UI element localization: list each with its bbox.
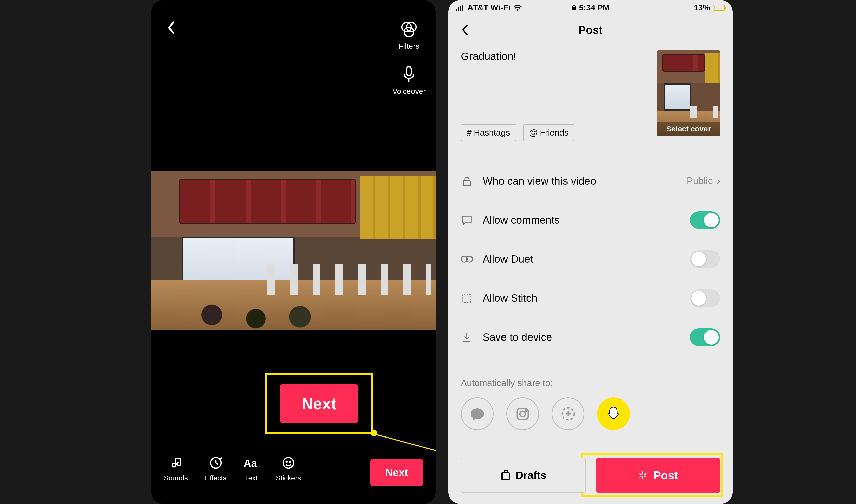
duet-icon [461, 253, 473, 265]
microphone-icon [400, 66, 418, 83]
next-button-enlarged[interactable]: Next [280, 384, 358, 423]
post-settings: Who can view this video Public › Allow c… [448, 161, 733, 357]
svg-point-6 [283, 458, 294, 468]
svg-rect-13 [572, 7, 576, 10]
svg-point-19 [520, 411, 526, 417]
sounds-button[interactable]: Sounds [164, 455, 188, 482]
signal-icon [456, 4, 464, 11]
effects-button[interactable]: Effects [205, 455, 226, 482]
effects-label: Effects [205, 474, 226, 482]
duet-label: Allow Duet [483, 253, 690, 265]
text-aa-icon: Aa [243, 455, 259, 470]
friends-label: Friends [540, 128, 568, 138]
voiceover-button[interactable]: Voiceover [392, 66, 426, 96]
instagram-icon [515, 406, 530, 421]
share-stories[interactable] [552, 397, 584, 430]
post-screen: AT&T Wi-Fi 5:34 [448, 0, 733, 504]
download-icon [461, 331, 473, 343]
drafts-icon [500, 470, 511, 481]
share-messages[interactable] [461, 397, 494, 430]
cover-selector[interactable]: Select cover [657, 50, 720, 136]
drafts-label: Drafts [516, 469, 546, 481]
stitch-label: Allow Stitch [483, 292, 690, 304]
svg-rect-14 [463, 181, 470, 186]
post-button[interactable]: Post [596, 458, 720, 493]
chevron-right-icon: › [717, 175, 720, 187]
chat-bubble-icon [470, 407, 485, 421]
battery-icon [713, 4, 725, 11]
comments-row: Allow comments [448, 200, 733, 239]
save-row: Save to device [448, 318, 733, 357]
share-snapchat[interactable] [597, 397, 630, 430]
svg-rect-22 [502, 472, 509, 480]
status-bar: AT&T Wi-Fi 5:34 [448, 0, 733, 15]
hashtag-icon: # [467, 128, 472, 138]
friends-button[interactable]: @ Friends [523, 124, 575, 141]
svg-point-8 [290, 461, 291, 463]
svg-point-20 [526, 410, 527, 411]
save-label: Save to device [483, 331, 690, 343]
privacy-value: Public [687, 176, 713, 186]
filters-label: Filters [399, 42, 419, 50]
tutorial-frame: Filters Voiceover [0, 0, 856, 504]
stitch-toggle[interactable] [690, 289, 720, 307]
svg-point-7 [286, 461, 288, 463]
duet-row: Allow Duet [448, 239, 733, 278]
page-title: Post [578, 24, 602, 37]
video-preview [151, 171, 436, 330]
comments-label: Allow comments [483, 214, 690, 226]
svg-rect-12 [462, 5, 463, 11]
svg-rect-17 [463, 294, 471, 302]
snapchat-ghost-icon [605, 406, 621, 421]
share-instagram[interactable] [506, 397, 539, 430]
editor-right-toolbar: Filters Voiceover [392, 20, 426, 96]
battery-pct-label: 13% [694, 3, 710, 12]
editor-screen: Filters Voiceover [151, 0, 436, 504]
carrier-label: AT&T Wi-Fi [467, 3, 510, 12]
back-button[interactable] [167, 20, 182, 35]
stories-plus-icon [560, 406, 576, 422]
post-spark-icon [638, 470, 648, 480]
stickers-label: Stickers [276, 474, 301, 482]
save-toggle[interactable] [690, 328, 720, 346]
privacy-label: Who can view this video [483, 175, 687, 187]
post-header: Post [448, 15, 733, 45]
svg-rect-3 [407, 67, 411, 75]
filters-icon [400, 20, 418, 38]
stickers-button[interactable]: Stickers [276, 455, 301, 482]
next-button[interactable]: Next [370, 459, 423, 486]
hashtags-label: Hashtags [474, 128, 510, 138]
text-label: Text [244, 474, 257, 482]
music-note-icon [168, 455, 183, 470]
comment-icon [461, 214, 473, 226]
clock-label: 5:34 PM [579, 3, 610, 12]
lock-icon [571, 4, 577, 11]
next-button-label: Next [302, 394, 337, 413]
next-button-small-label: Next [385, 466, 408, 479]
privacy-row[interactable]: Who can view this video Public › [448, 161, 733, 200]
sticker-smiley-icon [281, 455, 296, 470]
duet-toggle[interactable] [690, 250, 720, 268]
stitch-icon [461, 292, 473, 304]
share-label: Automatically share to: [461, 378, 720, 389]
svg-rect-9 [456, 8, 457, 11]
post-footer: Drafts Post [461, 458, 720, 493]
svg-rect-10 [458, 7, 459, 11]
filters-button[interactable]: Filters [399, 20, 419, 50]
wifi-icon [513, 4, 522, 11]
sounds-label: Sounds [164, 474, 188, 482]
hashtags-button[interactable]: # Hashtags [461, 124, 516, 141]
mention-icon: @ [529, 128, 538, 138]
share-section: Automatically share to: [461, 378, 720, 430]
clock-effects-icon [208, 455, 223, 470]
caption-area: Graduation! # Hashtags @ Friends Select … [461, 50, 720, 151]
cover-label: Select cover [657, 122, 720, 136]
post-label: Post [653, 468, 678, 482]
text-button[interactable]: Aa Text [243, 455, 259, 482]
unlock-icon [461, 175, 473, 187]
svg-text:Aa: Aa [243, 457, 257, 469]
comments-toggle[interactable] [690, 211, 720, 229]
stitch-row: Allow Stitch [448, 278, 733, 318]
drafts-button[interactable]: Drafts [461, 458, 586, 493]
voiceover-label: Voiceover [392, 87, 426, 96]
